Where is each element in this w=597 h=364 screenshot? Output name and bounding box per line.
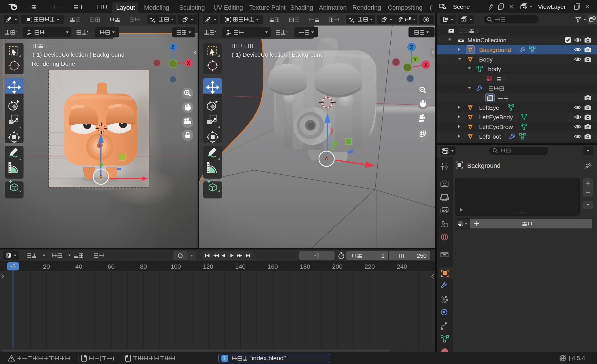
svg-text:220: 220 [365,263,375,270]
svg-text:180: 180 [300,263,310,270]
svg-text:200: 200 [332,263,343,270]
svg-text:X: X [187,60,190,66]
svg-text:100: 100 [171,263,181,270]
svg-text:Z: Z [410,45,413,50]
svg-text:X: X [424,62,427,68]
svg-text:20: 20 [43,263,50,270]
svg-text:60: 60 [108,263,115,270]
svg-text:140: 140 [235,263,246,270]
svg-text:Y: Y [414,57,417,62]
svg-text:80: 80 [140,263,147,270]
svg-text:40: 40 [75,263,82,270]
svg-text:Z: Z [172,45,175,50]
svg-text:240: 240 [397,263,407,270]
svg-text:160: 160 [268,263,278,270]
svg-text:120: 120 [203,263,213,270]
svg-text:-1: -1 [10,263,16,269]
